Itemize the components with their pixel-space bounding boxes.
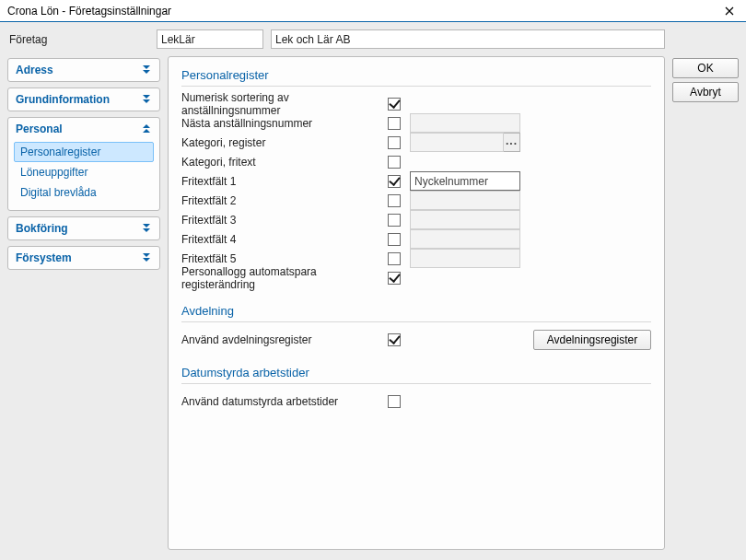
sidebar-subitems: Personalregister Löneuppgifter Digital b… <box>8 140 159 210</box>
row-fritextfalt-3: Fritextfält 3 <box>181 210 651 229</box>
input-kategori-register[interactable] <box>410 133 504 152</box>
input-fritextfalt-1[interactable] <box>410 171 520 191</box>
checkbox-numerisk-sortering[interactable] <box>388 98 401 111</box>
sidebar-section-bokforing[interactable]: Bokföring <box>8 217 159 239</box>
main-panel: Personalregister Numerisk sortering av a… <box>168 56 665 553</box>
row-personallogg-autospar: Personallogg automatspara registerändrin… <box>181 268 651 287</box>
checkbox-fritextfalt-4[interactable] <box>388 233 401 246</box>
sidebar-section-personal[interactable]: Personal <box>8 118 159 140</box>
company-label: Företag <box>9 33 149 46</box>
sidebar-section-forsystem[interactable]: Försystem <box>8 247 159 269</box>
sidebar-item-personalregister[interactable]: Personalregister <box>14 142 154 162</box>
row-fritextfalt-2: Fritextfält 2 <box>181 191 651 210</box>
chevron-down-icon <box>143 224 152 233</box>
sidebar-section-label: Adress <box>16 64 53 76</box>
chevron-up-icon <box>143 124 152 134</box>
header-bar: Företag <box>0 22 746 61</box>
chevron-down-icon <box>143 65 152 75</box>
company-name-input[interactable] <box>271 29 665 49</box>
group-title-avdelning: Avdelning <box>181 304 651 318</box>
chevron-down-icon <box>143 95 152 104</box>
checkbox-anvand-datumstyrda[interactable] <box>388 395 401 408</box>
sidebar-section-label: Grundinformation <box>16 93 110 106</box>
row-numerisk-sortering: Numerisk sortering av anställningsnummer <box>181 94 651 113</box>
input-nasta-anstallningsnummer[interactable] <box>410 113 520 133</box>
window-title: Crona Lön - Företagsinställningar <box>7 5 171 18</box>
sidebar-section-label: Försystem <box>16 251 72 264</box>
ok-button[interactable]: OK <box>672 58 739 78</box>
group-title-personalregister: Personalregister <box>181 68 651 82</box>
label: Kategori, register <box>181 136 388 149</box>
separator <box>181 383 651 384</box>
close-button[interactable] <box>715 2 744 20</box>
company-code-input[interactable] <box>157 29 263 49</box>
label: Fritextfält 3 <box>181 214 388 227</box>
checkbox-fritextfalt-1[interactable] <box>388 175 401 188</box>
sidebar-section-grundinformation[interactable]: Grundinformation <box>8 88 159 111</box>
checkbox-anvand-avdelningsregister[interactable] <box>388 333 401 346</box>
avdelningsregister-button[interactable]: Avdelningsregister <box>533 330 651 350</box>
input-fritextfalt-4[interactable] <box>410 229 520 249</box>
label: Fritextfält 1 <box>181 175 388 188</box>
row-nasta-anstallningsnummer: Nästa anställningsnummer <box>181 113 651 133</box>
label: Personallogg automatspara registerändrin… <box>181 265 388 291</box>
checkbox-kategori-fritext[interactable] <box>388 156 401 169</box>
label: Fritextfält 5 <box>181 252 388 265</box>
label: Använd datumstyrda arbetstider <box>181 395 388 408</box>
row-kategori-fritext: Kategori, fritext <box>181 152 651 171</box>
title-bar: Crona Lön - Företagsinställningar <box>0 0 746 22</box>
chevron-down-icon <box>143 253 152 262</box>
group-title-datumstyrda: Datumstyrda arbetstider <box>181 366 651 379</box>
row-anvand-avdelningsregister: Använd avdelningsregister Avdelningsregi… <box>181 330 651 349</box>
separator <box>181 86 651 87</box>
row-anvand-datumstyrda: Använd datumstyrda arbetstider <box>181 391 651 411</box>
label: Fritextfält 2 <box>181 194 388 207</box>
row-fritextfalt-4: Fritextfält 4 <box>181 229 651 249</box>
input-fritextfalt-2[interactable] <box>410 191 520 210</box>
separator <box>181 321 651 322</box>
checkbox-kategori-register[interactable] <box>388 136 401 149</box>
label: Kategori, fritext <box>181 156 388 169</box>
input-fritextfalt-3[interactable] <box>410 210 520 229</box>
cancel-button[interactable]: Avbryt <box>672 82 739 102</box>
label: Använd avdelningsregister <box>181 333 388 346</box>
ellipsis-icon: ... <box>506 138 518 144</box>
close-icon <box>725 6 734 16</box>
row-fritextfalt-1: Fritextfält 1 <box>181 171 651 191</box>
checkbox-nasta-anstallningsnummer[interactable] <box>388 117 401 130</box>
row-kategori-register: Kategori, register ... <box>181 133 651 152</box>
sidebar-section-label: Bokföring <box>16 222 68 235</box>
sidebar-item-loneuppgifter[interactable]: Löneuppgifter <box>14 162 154 182</box>
sidebar-section-label: Personal <box>16 122 63 135</box>
checkbox-fritextfalt-2[interactable] <box>388 194 401 207</box>
sidebar: Adress Grundinformation Personal Persona… <box>7 56 160 553</box>
label: Fritextfält 4 <box>181 233 388 246</box>
checkbox-personallogg-autospar[interactable] <box>388 272 401 285</box>
sidebar-item-digital-brevlada[interactable]: Digital brevlåda <box>14 182 154 203</box>
input-fritextfalt-5[interactable] <box>410 249 520 268</box>
sidebar-section-adress[interactable]: Adress <box>8 59 159 81</box>
action-buttons: OK Avbryt <box>672 56 739 553</box>
checkbox-fritextfalt-3[interactable] <box>388 214 401 227</box>
checkbox-fritextfalt-5[interactable] <box>388 252 401 265</box>
browse-kategori-button[interactable]: ... <box>504 133 520 152</box>
label: Nästa anställningsnummer <box>181 117 388 130</box>
